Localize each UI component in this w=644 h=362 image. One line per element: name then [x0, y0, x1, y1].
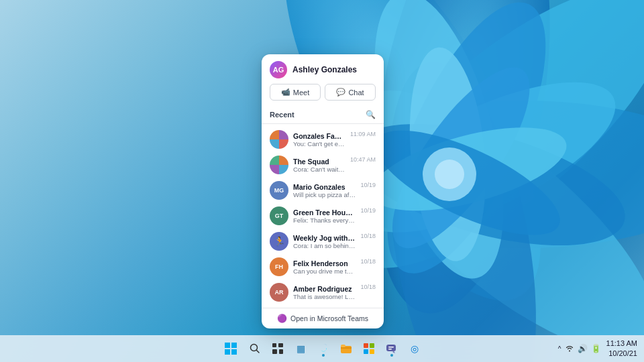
- taskbar-center: ▦: [220, 338, 424, 359]
- file-explorer-button[interactable]: [337, 339, 356, 358]
- date-display: 10/20/21: [606, 349, 637, 359]
- task-view-button[interactable]: [268, 339, 287, 358]
- svg-rect-31: [370, 349, 374, 354]
- edge-icon: [317, 343, 329, 355]
- svg-line-21: [257, 351, 260, 353]
- list-item[interactable]: GT Green Tree House PTA Felix: Thanks ev…: [262, 203, 384, 229]
- svg-rect-28: [364, 343, 368, 348]
- store-button[interactable]: [360, 339, 378, 358]
- user-name: Ashley Gonzales: [292, 65, 357, 74]
- svg-rect-30: [364, 349, 368, 354]
- list-item[interactable]: The Squad Cora: Can't wait to see everyo…: [262, 152, 384, 178]
- avatar: MG: [270, 181, 288, 200]
- user-avatar: AG: [270, 61, 287, 78]
- search-button-wrap: [246, 339, 264, 358]
- store-wrap: [360, 339, 378, 358]
- chat-button[interactable]: 💬 Chat: [325, 84, 376, 101]
- edge-wrap: [314, 339, 333, 358]
- avatar: AR: [270, 283, 288, 302]
- svg-rect-18: [225, 349, 230, 355]
- recent-section-header: Recent 🔍: [262, 107, 384, 123]
- chat-icon: 💬: [336, 88, 345, 97]
- desktop: AG Ashley Gonzales 📹 Meet 💬 Chat Recent …: [0, 0, 644, 362]
- start-button[interactable]: [220, 338, 241, 359]
- svg-rect-32: [386, 345, 396, 351]
- edge2-button[interactable]: ◎: [405, 339, 424, 358]
- meet-label: Meet: [293, 88, 309, 97]
- avatar: 🏃: [270, 232, 288, 251]
- meet-icon: 📹: [281, 88, 290, 97]
- task-view-icon: [272, 343, 283, 354]
- divider: [262, 123, 384, 124]
- wifi-icon[interactable]: [565, 343, 574, 355]
- edge2-wrap: ◎: [405, 339, 424, 358]
- time-display: 11:13 AM: [606, 339, 637, 349]
- avatar: GT: [270, 206, 288, 225]
- avatar: FH: [270, 257, 288, 276]
- teams-icon: 🟣: [277, 314, 287, 323]
- active-indicator: [390, 354, 393, 357]
- svg-rect-23: [278, 343, 283, 347]
- sys-icons: ^ 🔊 🔋: [558, 343, 601, 355]
- svg-rect-33: [388, 347, 394, 348]
- action-buttons: 📹 Meet 💬 Chat: [262, 84, 384, 107]
- teams-chat-popup: AG Ashley Gonzales 📹 Meet 💬 Chat Recent …: [262, 54, 384, 328]
- list-item[interactable]: Gonzales Family You: Can't get enough of…: [262, 127, 384, 152]
- svg-rect-22: [272, 343, 276, 347]
- chat-label: Chat: [348, 88, 364, 97]
- svg-point-15: [435, 160, 464, 189]
- open-teams-footer[interactable]: 🟣 Open in Microsoft Teams: [262, 308, 384, 328]
- svg-rect-19: [231, 349, 237, 355]
- sound-icon[interactable]: 🔊: [578, 344, 588, 353]
- avatar: [270, 130, 288, 149]
- taskbar: ▦: [0, 335, 644, 362]
- chevron-icon[interactable]: ^: [558, 345, 561, 353]
- svg-rect-29: [370, 343, 374, 348]
- widgets-wrap: ▦: [291, 339, 310, 358]
- search-icon: [250, 343, 260, 354]
- popup-header: AG Ashley Gonzales: [262, 54, 384, 84]
- clock-display[interactable]: 11:13 AM 10/20/21: [606, 339, 637, 359]
- file-explorer-icon: [340, 343, 352, 355]
- list-item[interactable]: AR Amber Rodriguez That is awesome! Love…: [262, 280, 384, 305]
- chat-list: Gonzales Family You: Can't get enough of…: [262, 127, 384, 308]
- svg-rect-34: [388, 349, 392, 350]
- search-icon[interactable]: 🔍: [366, 110, 376, 119]
- svg-rect-16: [225, 343, 230, 348]
- task-view-wrap: [268, 339, 287, 358]
- recent-label: Recent: [270, 111, 294, 119]
- search-button[interactable]: [246, 339, 264, 358]
- teams-chat-wrap: [382, 339, 401, 358]
- active-indicator: [322, 354, 325, 357]
- store-icon: [363, 343, 375, 355]
- windows-logo-icon: [225, 343, 237, 355]
- meet-button[interactable]: 📹 Meet: [270, 84, 321, 101]
- system-tray: ^ 🔊 🔋 11:13 AM 10/20/21: [558, 339, 637, 359]
- list-item[interactable]: FH Felix Henderson Can you drive me to t…: [262, 254, 384, 280]
- battery-icon[interactable]: 🔋: [591, 344, 601, 353]
- svg-rect-24: [272, 349, 277, 354]
- start-button-wrap: [220, 338, 241, 359]
- teams-chat-icon: [386, 343, 398, 355]
- avatar: [270, 156, 288, 174]
- footer-label: Open in Microsoft Teams: [290, 314, 368, 322]
- widgets-button[interactable]: ▦: [291, 339, 310, 358]
- file-explorer-wrap: [337, 339, 356, 358]
- list-item[interactable]: MG Mario Gonzales Will pick up pizza aft…: [262, 178, 384, 203]
- list-item[interactable]: 🏃 Weekly Jog with Cora Cora: I am so beh…: [262, 229, 384, 254]
- svg-rect-25: [279, 349, 283, 354]
- svg-rect-17: [231, 343, 237, 348]
- svg-rect-27: [341, 345, 345, 347]
